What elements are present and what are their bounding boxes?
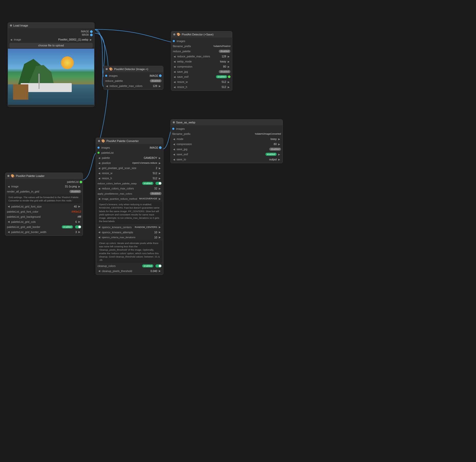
- palette-converter-resize-w-label: resize_w: [102, 172, 112, 175]
- palette-converter-resize-w-left[interactable]: ◀: [97, 172, 101, 175]
- palette-converter-max-colors-left[interactable]: ◀: [97, 187, 101, 190]
- mask-out-port[interactable]: [90, 34, 93, 36]
- save-as-webp-body: images filename_prefix %date%/ImageConve…: [171, 125, 283, 163]
- palette-converter-cleanup-colors-row: cleanup_colors enabled: [96, 263, 163, 268]
- palette-loader-palette-list-port[interactable]: [80, 181, 82, 183]
- palette-converter-quantize-right[interactable]: ▶: [158, 197, 162, 200]
- save-as-webp-images-in-port[interactable]: [172, 128, 174, 130]
- choose-file-label: choose file to upload: [38, 44, 64, 47]
- palette-loader-border-width-right[interactable]: ▶: [78, 230, 81, 233]
- detector-save-compression-right[interactable]: ▶: [227, 65, 230, 68]
- detector-save-resize-w-left[interactable]: ◀: [173, 81, 176, 83]
- palette-loader-font-size-left[interactable]: ◀: [7, 205, 10, 208]
- palette-converter-palette-right[interactable]: ▶: [158, 157, 162, 159]
- palette-converter-kmeans-centers-left[interactable]: ◀: [97, 226, 101, 228]
- save-as-webp-compression-row: ◀ compression 80 ▶: [171, 142, 283, 147]
- palette-loader-image-left[interactable]: ◀: [7, 185, 10, 188]
- detector-save-max-colors-left[interactable]: ◀: [173, 55, 176, 58]
- save-as-webp-compression-left[interactable]: ◀: [172, 143, 176, 146]
- detector-save-resize-w-right[interactable]: ▶: [227, 81, 230, 83]
- save-as-webp-exif-row: ◀ save_exif enabled ▶: [171, 152, 283, 157]
- detector-save-exif-left[interactable]: ◀: [173, 75, 176, 78]
- palette-converter-images-out-port[interactable]: [159, 146, 162, 149]
- palette-converter-cleanup-colors-toggle[interactable]: [155, 264, 162, 267]
- palette-converter-resize-w-right[interactable]: ▶: [158, 172, 162, 175]
- image-arrow-left[interactable]: ◀: [9, 38, 13, 41]
- palette-loader-add-border-toggle[interactable]: [75, 225, 81, 228]
- palette-converter-criteria-right[interactable]: ▶: [158, 236, 162, 239]
- palette-converter-palette-label: palette: [102, 156, 110, 159]
- palette-converter-cleanup-threshold-right[interactable]: ▶: [158, 270, 162, 272]
- palette-converter-palette-left[interactable]: ◀: [97, 157, 101, 159]
- save-as-webp-jpg-left[interactable]: ◀: [172, 148, 176, 151]
- palette-converter-resize-h-right[interactable]: ▶: [158, 177, 162, 180]
- detector-save-jpg-left[interactable]: ◀: [173, 70, 176, 73]
- image-arrow-right[interactable]: ▶: [89, 38, 93, 41]
- palette-loader-font-size-right[interactable]: ▶: [78, 205, 81, 208]
- palette-loader-image-right[interactable]: ▶: [78, 185, 81, 188]
- palette-loader-bg-label: paletteList_grid_background: [7, 215, 78, 218]
- save-as-webp-exif-right[interactable]: ▶: [277, 153, 281, 156]
- detector-save-jpg-value[interactable]: disabled: [219, 70, 230, 73]
- palette-loader-render-value[interactable]: disabled: [69, 190, 81, 193]
- detector-save-images-port[interactable]: [173, 40, 175, 42]
- palette-converter-cleanup-threshold-left[interactable]: ◀: [97, 270, 101, 272]
- palette-converter-pixelize-left[interactable]: ◀: [97, 162, 101, 164]
- detector-save-compression-left[interactable]: ◀: [173, 65, 176, 68]
- detector-img-images-port[interactable]: [105, 75, 107, 77]
- palette-converter-criteria-left[interactable]: ◀: [97, 236, 101, 239]
- palette-loader-border-width-left[interactable]: ◀: [7, 230, 10, 233]
- save-as-webp-mode-left[interactable]: ◀: [172, 138, 176, 140]
- palette-converter-images-port-label: IMAGE: [150, 146, 158, 149]
- palette-converter-images-in-port[interactable]: [97, 147, 100, 149]
- palette-converter-apply-detector-value[interactable]: disabled: [150, 192, 162, 195]
- detector-save-images-label: images: [177, 40, 185, 43]
- palette-converter-reduce-colors-toggle[interactable]: [155, 182, 162, 185]
- palette-converter-cleanup-threshold-label: cleanup_pixels_threshold: [102, 270, 132, 273]
- palette-converter-kmeans-centers-right[interactable]: ▶: [158, 226, 162, 228]
- save-as-webp-mode-right[interactable]: ▶: [277, 138, 281, 140]
- palette-converter-scan-size-left[interactable]: ◀: [97, 167, 101, 170]
- save-as-webp-compression-right[interactable]: ▶: [277, 143, 281, 146]
- save-as-webp-save-to-right[interactable]: ▶: [277, 158, 281, 161]
- detector-save-exif-value[interactable]: enabled: [216, 75, 227, 78]
- detector-img-reduce-palette-value[interactable]: disabled: [150, 79, 162, 82]
- detector-img-image-out[interactable]: [159, 74, 162, 77]
- detector-save-webp-mode-left[interactable]: ◀: [173, 60, 176, 63]
- palette-converter-max-colors-right[interactable]: ▶: [158, 187, 162, 190]
- load-image-ports: IMAGE MASK: [8, 29, 94, 37]
- palette-converter-scan-size-right[interactable]: ▶: [158, 167, 162, 170]
- palette-loader-cols-right[interactable]: ▶: [78, 220, 81, 223]
- palette-converter-kmeans-attempts-right[interactable]: ▶: [158, 231, 162, 234]
- palette-loader-cols-left[interactable]: ◀: [7, 220, 10, 223]
- palette-converter-quantize-left[interactable]: ◀: [97, 197, 101, 200]
- palette-converter-palette-list-in-port[interactable]: [97, 152, 100, 154]
- save-as-webp-node: Save_as_webp images filename_prefix %dat…: [170, 119, 283, 163]
- detector-save-webp-mode-right[interactable]: ▶: [227, 60, 230, 63]
- palette-converter-pixelize-right[interactable]: ▶: [158, 162, 162, 164]
- palette-loader-add-border-value[interactable]: enabled: [62, 225, 73, 228]
- palette-converter-kmeans-attempts-left[interactable]: ◀: [97, 231, 101, 234]
- palette-converter-palette-list-row: paletteList: [96, 150, 163, 155]
- image-out-port[interactable]: [90, 30, 93, 33]
- palette-converter-cleanup-colors-value[interactable]: enabled: [142, 264, 153, 267]
- palette-converter-reduce-colors-value[interactable]: enabled: [142, 182, 153, 185]
- detector-save-webp-mode-value: lossy: [220, 60, 226, 63]
- detector-save-reduce-palette-label: reduce_palette: [173, 50, 219, 53]
- detector-save-resize-h-left[interactable]: ◀: [173, 86, 176, 88]
- save-as-webp-save-to-left[interactable]: ◀: [172, 158, 176, 161]
- palette-converter-resize-h-left[interactable]: ◀: [97, 177, 101, 180]
- save-as-webp-exif-value[interactable]: enabled: [265, 153, 277, 156]
- image-field-value: PixelArt_00002_(1).webp: [58, 38, 88, 41]
- save-as-webp-filename-row: filename_prefix %date%/ImageConverted: [171, 131, 283, 136]
- palette-converter-scan-size-value: 2: [156, 166, 157, 170]
- detector-img-max-colors-left[interactable]: ◀: [105, 85, 109, 87]
- choose-file-row[interactable]: choose file to upload: [9, 43, 93, 48]
- save-as-webp-exif-left[interactable]: ◀: [172, 153, 176, 156]
- detector-save-resize-h-right[interactable]: ▶: [227, 86, 230, 88]
- save-as-webp-jpg-value[interactable]: disabled: [269, 148, 281, 151]
- detector-save-reduce-palette-value[interactable]: disabled: [219, 50, 230, 53]
- palette-converter-images-row: images IMAGE: [96, 145, 163, 150]
- detector-img-max-colors-right[interactable]: ▶: [158, 85, 162, 87]
- detector-save-max-colors-right[interactable]: ▶: [227, 55, 230, 58]
